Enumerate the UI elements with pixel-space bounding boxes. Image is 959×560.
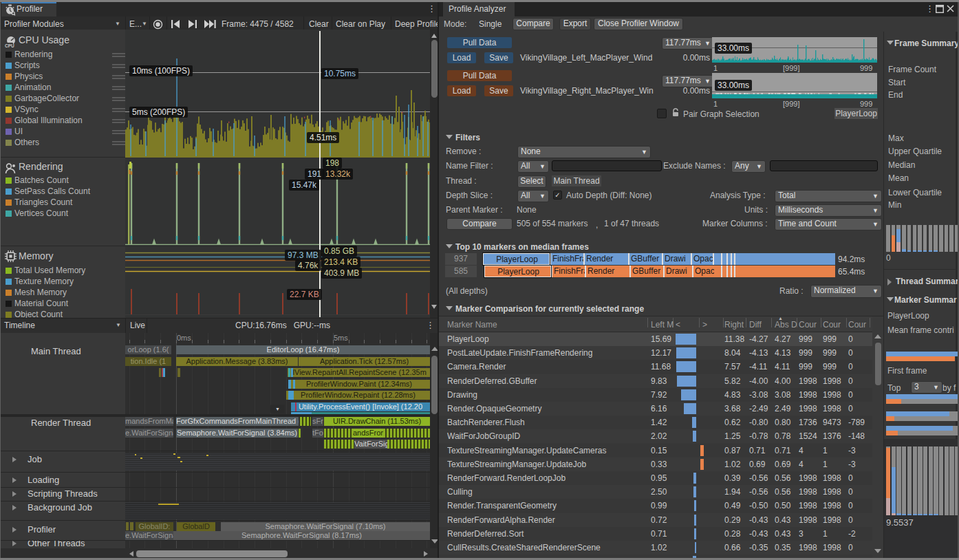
svg-text:CPU: CPU [5, 43, 14, 48]
